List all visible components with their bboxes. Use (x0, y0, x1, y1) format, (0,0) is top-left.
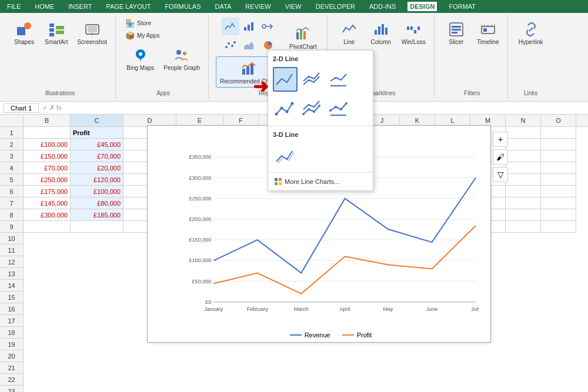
menu-add-ins[interactable]: ADD-INS (367, 2, 398, 11)
cell-c2[interactable]: £45,000 (71, 139, 123, 150)
smartart-button[interactable]: SmartArt (41, 18, 71, 48)
row-1-header[interactable]: 1 (0, 127, 23, 139)
row-2-header[interactable]: 2 (0, 139, 23, 150)
my-apps-button[interactable]: 📦 My Apps (123, 30, 162, 41)
cell-c4[interactable]: £20,000 (71, 162, 123, 174)
line-stacked-btn[interactable] (300, 67, 325, 92)
more-line-charts-link[interactable]: More Line Charts... (268, 175, 373, 188)
col-f[interactable]: F (223, 115, 259, 126)
store-button[interactable]: 🏪 Store (123, 18, 153, 29)
line-100-btn[interactable] (327, 67, 352, 92)
name-box[interactable] (4, 103, 39, 113)
row-13-header[interactable]: 13 (0, 268, 23, 280)
cell-n1[interactable] (506, 127, 541, 139)
add-chart-element-btn[interactable]: + (493, 132, 508, 147)
cell-b7[interactable]: £145,000 (24, 197, 71, 209)
row-21-header[interactable]: 21 (0, 362, 23, 374)
menu-formulas[interactable]: FORMULAS (162, 2, 203, 11)
cell-b8[interactable]: £300,000 (24, 209, 71, 221)
bing-maps-button[interactable]: Bing Maps (123, 43, 158, 73)
scatter-chart-btn[interactable] (222, 36, 239, 54)
cell-c7[interactable]: £80,000 (71, 197, 123, 209)
svg-point-52 (280, 107, 283, 110)
chart-style-btn[interactable]: 🖌 (493, 149, 508, 165)
row-6-header[interactable]: 6 (0, 186, 23, 197)
menu-format[interactable]: FORMAT (446, 2, 478, 11)
line-basic-btn[interactable] (273, 67, 298, 92)
cell-b1[interactable] (24, 127, 71, 139)
bar-chart-btn[interactable] (240, 18, 258, 35)
menu-review[interactable]: REVIEW (243, 2, 273, 11)
row-3-header[interactable]: 3 (0, 150, 23, 162)
line-stacked-markers-btn[interactable] (300, 96, 325, 121)
cell-b4[interactable]: £70,000 (24, 162, 71, 174)
col-m[interactable]: M (470, 115, 506, 126)
cell-b3[interactable]: £150,000 (24, 150, 71, 162)
cell-c6[interactable]: £100,000 (71, 186, 123, 197)
col-d[interactable]: D (123, 115, 176, 126)
svg-rect-4 (49, 33, 54, 36)
row-11-header[interactable]: 11 (0, 244, 23, 256)
hyperlink-button[interactable]: Hyperlink (515, 18, 547, 48)
cell-b6[interactable]: £175,000 (24, 186, 71, 197)
col-o[interactable]: O (541, 115, 576, 126)
shapes-button[interactable]: Shapes (9, 18, 39, 48)
col-e[interactable]: E (176, 115, 223, 126)
more-charts-btn[interactable] (259, 18, 277, 35)
cell-b5[interactable]: £250,000 (24, 174, 71, 186)
col-b[interactable]: B (24, 115, 71, 126)
cell-c5[interactable]: £120,000 (71, 174, 123, 186)
cell-b2[interactable]: £100,000 (24, 139, 71, 150)
menu-data[interactable]: DATA (213, 2, 234, 11)
line-sparkline-button[interactable]: Line (335, 18, 364, 48)
row-5-header[interactable]: 5 (0, 174, 23, 186)
2d-line-title: 2-D Line (268, 53, 373, 65)
people-graph-button[interactable]: People Graph (160, 43, 203, 73)
row-23-header[interactable]: 23 (0, 386, 23, 392)
menu-view[interactable]: VIEW (283, 2, 304, 11)
col-l[interactable]: L (435, 115, 470, 126)
slicer-button[interactable]: Slicer (442, 18, 471, 48)
row-19-header[interactable]: 19 (0, 339, 23, 350)
row-15-header[interactable]: 15 (0, 292, 23, 303)
area-chart-btn[interactable] (240, 36, 258, 54)
row-20-header[interactable]: 20 (0, 350, 23, 362)
timeline-button[interactable]: Timeline (473, 18, 503, 48)
chart-filter-btn[interactable]: ▽ (493, 167, 508, 182)
column-sparkline-button[interactable]: Column (366, 18, 396, 48)
svg-rect-43 (483, 28, 487, 32)
screenshot-button[interactable]: Screenshot (74, 18, 111, 48)
svg-rect-8 (88, 26, 97, 32)
win-loss-button[interactable]: Win/Loss (398, 18, 429, 48)
line-markers-btn[interactable] (273, 96, 298, 121)
cell-c8[interactable]: £185,000 (71, 209, 123, 221)
line-3d-btn[interactable] (273, 143, 298, 167)
cell-o1[interactable] (541, 127, 576, 139)
cell-c3[interactable]: £70,000 (71, 150, 123, 162)
row-16-header[interactable]: 16 (0, 303, 23, 315)
line-chart-btn[interactable] (222, 18, 239, 35)
line-100-markers-btn[interactable] (327, 96, 352, 121)
menu-file[interactable]: FILE (5, 2, 23, 11)
row-17-header[interactable]: 17 (0, 315, 23, 327)
pivotchart-button[interactable]: PivotChart (286, 22, 320, 52)
row-14-header[interactable]: 14 (0, 280, 23, 292)
row-8-header[interactable]: 8 (0, 209, 23, 221)
menu-developer[interactable]: DEVELOPER (313, 2, 358, 11)
col-k[interactable]: K (400, 115, 435, 126)
row-10-header[interactable]: 10 (0, 233, 23, 244)
cell-c1[interactable]: Profit (71, 127, 123, 139)
revenue-legend: Revenue (290, 331, 330, 339)
row-22-header[interactable]: 22 (0, 374, 23, 386)
row-4-header[interactable]: 4 (0, 162, 23, 174)
row-18-header[interactable]: 18 (0, 327, 23, 339)
menu-insert[interactable]: INSERT (66, 2, 94, 11)
col-c[interactable]: C (71, 115, 123, 126)
row-12-header[interactable]: 12 (0, 256, 23, 268)
col-n[interactable]: N (506, 115, 541, 126)
menu-design[interactable]: DESIGN (407, 2, 437, 11)
row-9-header[interactable]: 9 (0, 221, 23, 233)
menu-home[interactable]: HOME (32, 2, 56, 11)
row-7-header[interactable]: 7 (0, 197, 23, 209)
menu-page-layout[interactable]: PAGE LAYOUT (103, 2, 153, 11)
